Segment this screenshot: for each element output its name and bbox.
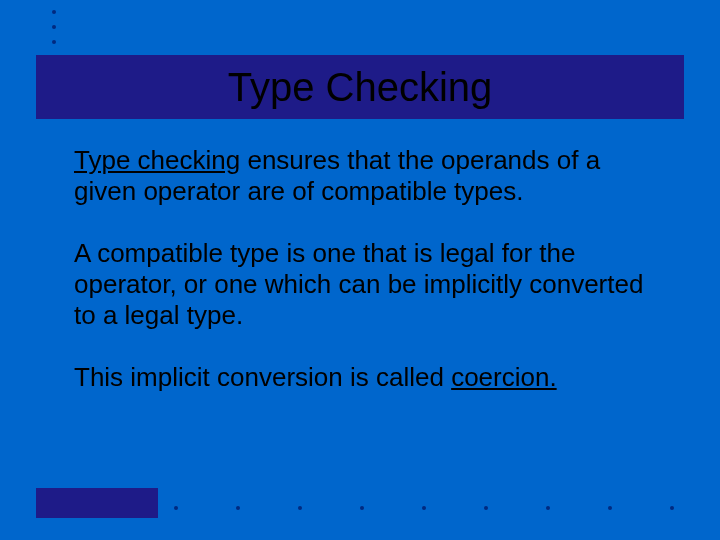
dot-icon [484, 506, 488, 510]
decorative-dots-top [52, 10, 56, 44]
slide: Type Checking Type checking ensures that… [0, 0, 720, 540]
dot-icon [174, 506, 178, 510]
dot-icon [422, 506, 426, 510]
dot-icon [52, 10, 56, 14]
dot-icon [52, 40, 56, 44]
paragraph-1: Type checking ensures that the operands … [74, 145, 666, 206]
dot-icon [670, 506, 674, 510]
slide-title: Type Checking [228, 65, 493, 110]
decorative-bar-bottom [36, 488, 158, 518]
paragraph-3-lead: This implicit conversion is called [74, 362, 451, 392]
dot-icon [608, 506, 612, 510]
paragraph-2: A compatible type is one that is legal f… [74, 238, 666, 330]
term-type-checking: Type checking [74, 145, 240, 175]
dot-icon [298, 506, 302, 510]
decorative-dots-bottom [174, 506, 674, 510]
slide-body: Type checking ensures that the operands … [74, 145, 666, 425]
dot-icon [546, 506, 550, 510]
title-bar: Type Checking [36, 55, 684, 119]
dot-icon [360, 506, 364, 510]
term-coercion: coercion. [451, 362, 557, 392]
paragraph-3: This implicit conversion is called coerc… [74, 362, 666, 393]
dot-icon [236, 506, 240, 510]
dot-icon [52, 25, 56, 29]
